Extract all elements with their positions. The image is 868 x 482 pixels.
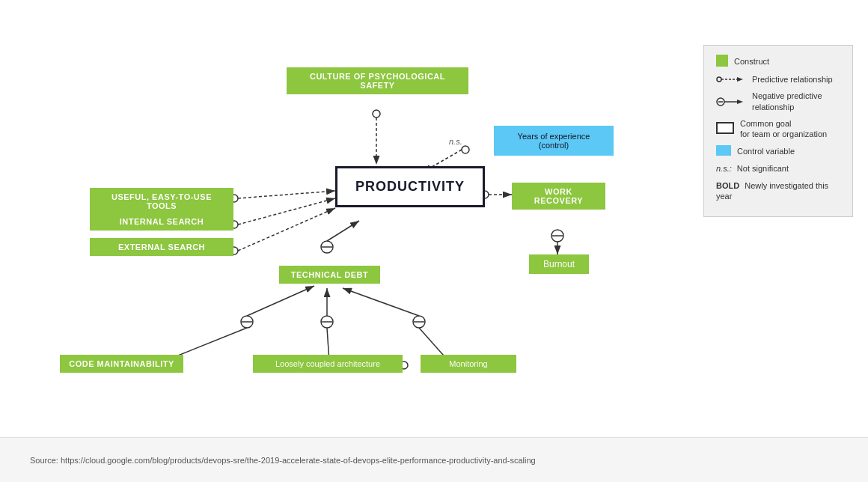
monitoring-node: Monitoring xyxy=(421,355,516,373)
svg-point-12 xyxy=(321,241,333,253)
legend-negative-predictive: Negative predictive relationship xyxy=(716,91,840,112)
legend-predictive: Predictive relationship xyxy=(716,74,840,85)
svg-point-38 xyxy=(717,77,721,82)
svg-line-11 xyxy=(238,208,335,251)
legend-bold: BOLD Newly investigated this year xyxy=(716,180,840,202)
productivity-node: PRODUCTIVITY xyxy=(335,166,485,207)
legend-ns-label: n.s.: Not significant xyxy=(716,163,789,174)
legend-negative-icon xyxy=(716,96,746,108)
legend-goal: Common goalfor team or organization xyxy=(716,118,840,140)
legend-predictive-label: Predictive relationship xyxy=(752,74,833,85)
legend-goal-icon xyxy=(716,122,734,135)
legend-goal-label: Common goalfor team or organization xyxy=(740,118,827,140)
svg-point-20 xyxy=(462,146,469,153)
svg-line-9 xyxy=(238,198,335,225)
psychological-safety-node: CULTURE OF PSYCHOLOGICAL SAFETY xyxy=(287,67,468,94)
svg-line-7 xyxy=(238,191,335,198)
code-maintainability-node: CODE MAINTAINABILITY xyxy=(60,355,183,373)
svg-point-28 xyxy=(321,316,333,328)
legend-construct-icon xyxy=(716,55,728,68)
useful-tools-node: USEFUL, EASY-TO-USE TOOLS xyxy=(90,188,233,215)
loosely-coupled-node: Loosely coupled architecture xyxy=(253,355,403,373)
svg-point-23 xyxy=(241,316,253,328)
legend-construct: Construct xyxy=(716,55,840,68)
svg-point-4 xyxy=(373,110,380,118)
technical-debt-node: TECHNICAL DEBT xyxy=(279,266,380,284)
legend-control-icon xyxy=(716,145,731,157)
svg-marker-44 xyxy=(737,100,743,104)
legend-ns: n.s.: Not significant xyxy=(716,163,840,174)
work-recovery-node: WORK RECOVERY xyxy=(512,183,605,210)
svg-line-14 xyxy=(327,221,359,241)
burnout-node: Burnout xyxy=(529,254,589,274)
main-container: n.s. CULTURE OF PSYCHOLOGICAL SAFETY PRO… xyxy=(0,0,868,482)
source-text: Source: https://cloud.google.com/blog/pr… xyxy=(30,456,536,465)
legend-control-label: Control variable xyxy=(737,146,795,156)
legend: Construct Predictive relationship xyxy=(703,45,853,217)
legend-control: Control variable xyxy=(716,145,840,157)
legend-negative-label: Negative predictive relationship xyxy=(752,91,840,112)
svg-line-26 xyxy=(247,286,314,316)
svg-text:n.s.: n.s. xyxy=(449,137,462,146)
svg-point-33 xyxy=(413,316,425,328)
source-bar: Source: https://cloud.google.com/blog/pr… xyxy=(0,437,868,482)
internal-search-node: INTERNAL SEARCH xyxy=(90,213,233,231)
legend-construct-label: Construct xyxy=(734,56,769,67)
diagram-area: n.s. CULTURE OF PSYCHOLOGICAL SAFETY PRO… xyxy=(0,0,868,437)
svg-marker-40 xyxy=(737,77,743,82)
legend-predictive-icon xyxy=(716,75,746,84)
svg-point-17 xyxy=(551,230,563,242)
legend-bold-label: BOLD Newly investigated this year xyxy=(716,180,840,202)
years-experience-node: Years of experience (control) xyxy=(494,126,614,156)
external-search-node: EXTERNAL SEARCH xyxy=(90,238,233,256)
svg-line-36 xyxy=(343,288,419,316)
